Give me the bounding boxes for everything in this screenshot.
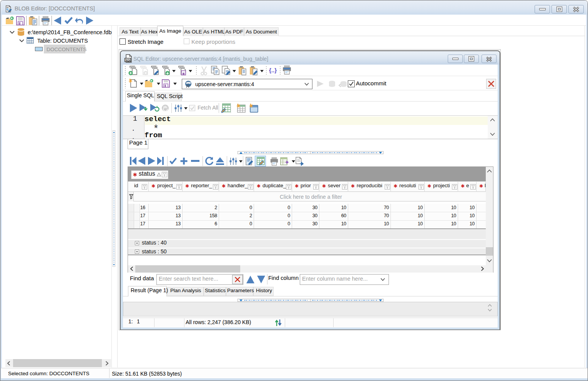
svg-text:SQL: SQL bbox=[125, 59, 131, 62]
